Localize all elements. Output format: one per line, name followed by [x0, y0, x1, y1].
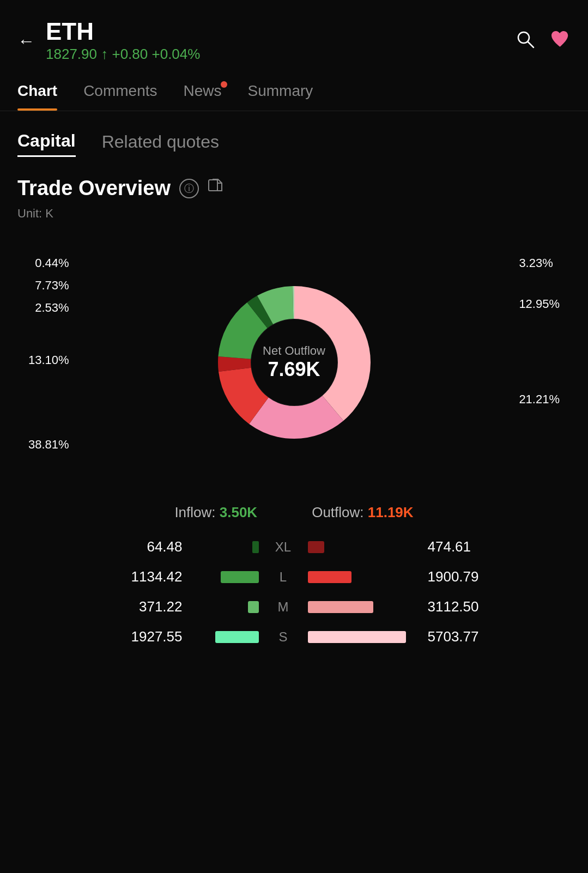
m-right-bar — [308, 601, 417, 613]
sub-tab-capital[interactable]: Capital — [17, 131, 76, 157]
trade-overview-title: Trade Overview — [17, 177, 171, 200]
svg-line-1 — [528, 42, 534, 47]
xl-red-bar — [308, 541, 324, 553]
label-323: 3.23% — [519, 256, 553, 270]
s-pink-bar — [308, 631, 406, 643]
svg-point-0 — [518, 32, 529, 43]
l-red-bar — [308, 571, 351, 583]
heart-icon[interactable] — [550, 30, 571, 53]
share-icon[interactable] — [208, 179, 223, 198]
label-773: 7.73% — [35, 278, 69, 292]
label-1310: 13.10% — [28, 353, 69, 367]
s-green-bar — [215, 631, 259, 643]
tab-bar: Chart Comments News Summary — [0, 74, 588, 111]
s-left-val: 1927.55 — [84, 628, 183, 645]
header: ← ETH 1827.90 ↑ +0.80 +0.04% — [0, 0, 588, 74]
size-table: 64.48 XL 474.61 1134.42 L 1900.79 371.22 — [17, 538, 571, 645]
chart-labels-right: 3.23% 12.95% 21.21% — [519, 253, 560, 409]
l-left-val: 1134.42 — [84, 568, 183, 585]
m-right-val: 3112.50 — [428, 598, 504, 615]
table-row: 1927.55 S 5703.77 — [28, 628, 560, 645]
xl-label: XL — [270, 539, 297, 555]
m-green-bar — [248, 601, 259, 613]
s-right-val: 5703.77 — [428, 628, 504, 645]
label-044: 0.44% — [35, 256, 69, 270]
price-arrow: ↑ — [101, 46, 108, 62]
l-label: L — [270, 569, 297, 585]
label-253: 2.53% — [35, 301, 69, 314]
table-row: 1134.42 L 1900.79 — [28, 568, 560, 585]
ticker-info: ETH 1827.90 ↑ +0.80 +0.04% — [46, 20, 200, 63]
ticker-symbol: ETH — [46, 20, 200, 44]
s-label: S — [270, 629, 297, 645]
s-left-bar — [193, 631, 259, 643]
chart-area: 0.44% 7.73% 2.53% 13.10% 38.81% 3.23% 12… — [17, 232, 571, 493]
l-right-bar — [308, 571, 417, 583]
donut-center-label: Net Outflow — [263, 344, 325, 358]
tab-comments[interactable]: Comments — [83, 74, 157, 111]
header-left: ← ETH 1827.90 ↑ +0.80 +0.04% — [17, 20, 200, 63]
sub-tabs: Capital Related quotes — [0, 111, 588, 166]
svg-rect-2 — [209, 180, 217, 191]
m-left-bar — [193, 601, 259, 613]
table-row: 371.22 M 3112.50 — [28, 598, 560, 615]
tab-news[interactable]: News — [184, 74, 222, 111]
m-pink-bar — [308, 601, 373, 613]
m-label: M — [270, 599, 297, 615]
chart-labels-left: 0.44% 7.73% 2.53% 13.10% 38.81% — [28, 253, 69, 454]
tab-chart[interactable]: Chart — [17, 74, 57, 111]
xl-right-bar — [308, 541, 417, 553]
l-right-val: 1900.79 — [428, 568, 504, 585]
label-1295: 12.95% — [519, 297, 560, 311]
trade-overview-header: Trade Overview ⓘ — [17, 177, 571, 200]
xl-right-val: 474.61 — [428, 538, 504, 555]
xl-left-bar — [193, 541, 259, 553]
search-icon[interactable] — [516, 30, 535, 53]
price-change: +0.80 — [112, 46, 148, 62]
back-button[interactable]: ← — [17, 31, 35, 51]
l-green-bar — [221, 571, 259, 583]
label-3881: 38.81% — [28, 438, 69, 451]
outflow-label: Outflow: — [312, 504, 363, 520]
sub-tab-related[interactable]: Related quotes — [102, 132, 219, 156]
donut-center-value: 7.69K — [263, 358, 325, 381]
tab-summary[interactable]: Summary — [248, 74, 313, 111]
table-row: 64.48 XL 474.61 — [28, 538, 560, 555]
m-left-val: 371.22 — [84, 598, 183, 615]
inflow-label: Inflow: — [174, 504, 215, 520]
s-right-bar — [308, 631, 417, 643]
trade-overview-section: Trade Overview ⓘ Unit: K 0.44% 7.73% 2.5… — [0, 166, 588, 669]
outflow-stat: Outflow: 11.19K — [312, 504, 413, 521]
donut-chart: Net Outflow 7.69K — [196, 264, 392, 460]
inflow-stat: Inflow: 3.50K — [174, 504, 257, 521]
news-notification-dot — [221, 81, 227, 88]
ticker-price: 1827.90 ↑ +0.80 +0.04% — [46, 46, 200, 63]
price-value: 1827.90 — [46, 46, 97, 62]
xl-green-bar — [252, 541, 259, 553]
price-change-pct: +0.04% — [151, 46, 200, 62]
flow-stats: Inflow: 3.50K Outflow: 11.19K — [17, 504, 571, 521]
donut-center: Net Outflow 7.69K — [263, 344, 325, 381]
inflow-value: 3.50K — [220, 504, 257, 520]
unit-label: Unit: K — [17, 207, 571, 221]
info-icon[interactable]: ⓘ — [179, 179, 199, 198]
l-left-bar — [193, 571, 259, 583]
outflow-value: 11.19K — [368, 504, 414, 520]
header-right — [516, 30, 571, 53]
label-2121: 21.21% — [519, 392, 560, 406]
xl-left-val: 64.48 — [84, 538, 183, 555]
